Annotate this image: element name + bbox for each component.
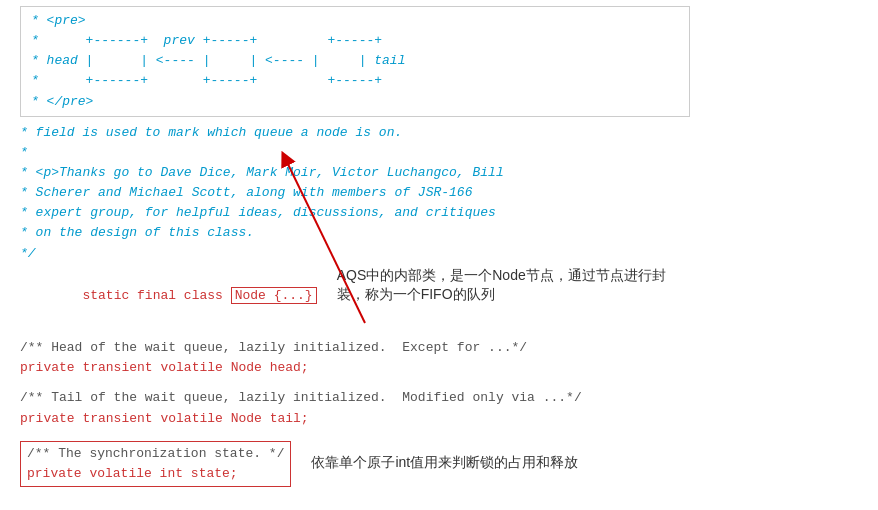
sync-box-container: /** The synchronization state. */ privat… <box>20 441 291 487</box>
comment-design: * on the design of this class. <box>20 223 858 243</box>
comment-star: * <box>20 143 858 163</box>
pre-box: * <pre> * +------+ prev +-----+ +-----+ … <box>20 6 690 117</box>
sync-annotation-text: 依靠单个原子int值用来判断锁的占用和释放 <box>311 452 578 474</box>
node-annotation-area: static final class Node {...} AQS中的内部类，是… <box>20 266 858 326</box>
sync-code: private volatile int state; <box>27 464 284 484</box>
comment-field: * field is used to mark which queue a no… <box>20 123 858 143</box>
pre-line-2: * +------+ prev +-----+ +-----+ <box>31 31 679 51</box>
pre-line-1: * <pre> <box>31 11 679 31</box>
code-area: * <pre> * +------+ prev +-----+ +-----+ … <box>0 0 878 497</box>
comment-thanks: * <p>Thanks go to Dave Dice, Mark Moir, … <box>20 163 858 183</box>
tail-code: private transient volatile Node tail; <box>20 409 858 429</box>
red-arrow <box>260 143 400 333</box>
pre-line-4: * +------+ +-----+ +-----+ <box>31 71 679 91</box>
comment-scherer: * Scherer and Michael Scott, along with … <box>20 183 858 203</box>
static-prefix: static final class <box>82 288 230 303</box>
head-comment: /** Head of the wait queue, lazily initi… <box>20 338 858 358</box>
pre-line-3: * head | | <---- | | <---- | | tail <box>31 51 679 71</box>
comment-block: * field is used to mark which queue a no… <box>20 123 858 264</box>
tail-comment: /** Tail of the wait queue, lazily initi… <box>20 388 858 408</box>
sync-comment: /** The synchronization state. */ <box>27 444 284 464</box>
head-block: /** Head of the wait queue, lazily initi… <box>20 338 858 378</box>
comment-expert: * expert group, for helpful ideas, discu… <box>20 203 858 223</box>
comment-end: */ <box>20 244 858 264</box>
svg-line-1 <box>285 158 365 323</box>
sync-block: /** The synchronization state. */ privat… <box>20 439 858 487</box>
tail-block: /** Tail of the wait queue, lazily initi… <box>20 388 858 428</box>
head-code: private transient volatile Node head; <box>20 358 858 378</box>
pre-line-5: * </pre> <box>31 92 679 112</box>
